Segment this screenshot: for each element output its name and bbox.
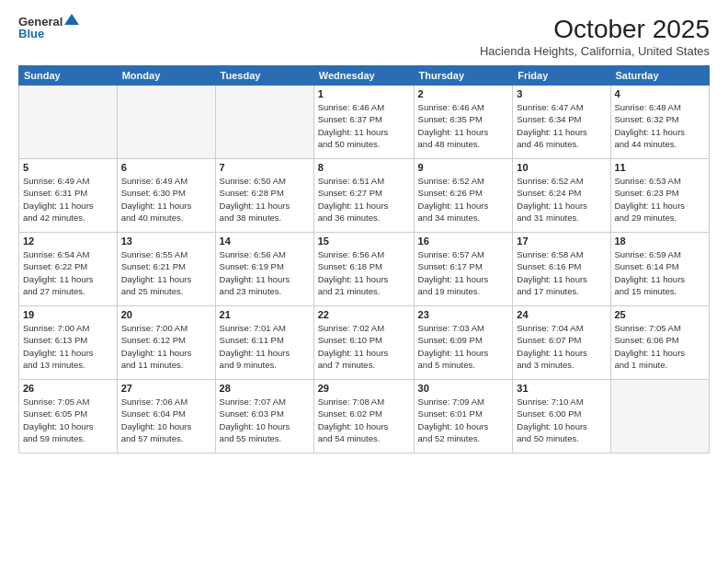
weekday-header-saturday: Saturday [610, 66, 710, 86]
day-number: 7 [220, 162, 310, 173]
calendar-cell: 5Sunrise: 6:49 AM Sunset: 6:31 PM Daylig… [19, 159, 118, 233]
weekday-header-row: SundayMondayTuesdayWednesdayThursdayFrid… [19, 66, 710, 86]
calendar-cell: 10Sunrise: 6:52 AM Sunset: 6:24 PM Dayli… [513, 159, 610, 233]
calendar-cell: 1Sunrise: 6:46 AM Sunset: 6:37 PM Daylig… [313, 86, 414, 159]
day-number: 21 [220, 309, 310, 320]
calendar-cell [610, 380, 710, 454]
day-number: 24 [517, 309, 606, 320]
calendar-cell: 26Sunrise: 7:05 AM Sunset: 6:05 PM Dayli… [19, 380, 118, 454]
day-number: 15 [318, 236, 410, 247]
day-number: 31 [517, 383, 606, 394]
day-info: Sunrise: 6:47 AM Sunset: 6:34 PM Dayligh… [517, 101, 606, 150]
logo-icon [64, 14, 79, 29]
day-number: 2 [418, 88, 509, 99]
day-number: 19 [23, 309, 113, 320]
day-number: 4 [615, 88, 706, 99]
calendar-cell: 6Sunrise: 6:49 AM Sunset: 6:30 PM Daylig… [117, 159, 215, 233]
day-number: 14 [220, 236, 310, 247]
calendar-cell: 23Sunrise: 7:03 AM Sunset: 6:09 PM Dayli… [414, 306, 513, 380]
calendar-cell: 30Sunrise: 7:09 AM Sunset: 6:01 PM Dayli… [414, 380, 513, 454]
day-info: Sunrise: 7:06 AM Sunset: 6:04 PM Dayligh… [121, 396, 211, 444]
calendar-cell: 25Sunrise: 7:05 AM Sunset: 6:06 PM Dayli… [610, 306, 710, 380]
day-info: Sunrise: 7:05 AM Sunset: 6:05 PM Dayligh… [23, 396, 113, 444]
day-info: Sunrise: 7:01 AM Sunset: 6:11 PM Dayligh… [220, 322, 310, 371]
day-number: 6 [121, 162, 211, 173]
day-info: Sunrise: 6:52 AM Sunset: 6:26 PM Dayligh… [418, 175, 509, 224]
calendar-cell: 19Sunrise: 7:00 AM Sunset: 6:13 PM Dayli… [19, 306, 118, 380]
weekday-header-monday: Monday [117, 66, 215, 86]
day-number: 20 [121, 309, 211, 320]
calendar-cell [19, 86, 118, 159]
calendar-cell: 29Sunrise: 7:08 AM Sunset: 6:02 PM Dayli… [313, 380, 414, 454]
calendar-cell: 12Sunrise: 6:54 AM Sunset: 6:22 PM Dayli… [19, 233, 118, 306]
day-number: 3 [517, 88, 606, 99]
month-title: October 2025 [480, 15, 710, 44]
svg-marker-0 [64, 14, 79, 25]
day-info: Sunrise: 6:57 AM Sunset: 6:17 PM Dayligh… [418, 248, 509, 297]
day-number: 9 [418, 162, 509, 173]
day-info: Sunrise: 6:48 AM Sunset: 6:32 PM Dayligh… [615, 101, 706, 150]
calendar-cell: 3Sunrise: 6:47 AM Sunset: 6:34 PM Daylig… [513, 86, 610, 159]
day-number: 1 [318, 88, 410, 99]
day-number: 17 [517, 236, 606, 247]
day-info: Sunrise: 6:53 AM Sunset: 6:23 PM Dayligh… [615, 175, 706, 224]
day-number: 27 [121, 383, 211, 394]
day-number: 23 [418, 309, 509, 320]
day-info: Sunrise: 7:10 AM Sunset: 6:00 PM Dayligh… [517, 396, 606, 444]
calendar-cell: 16Sunrise: 6:57 AM Sunset: 6:17 PM Dayli… [414, 233, 513, 306]
weekday-header-friday: Friday [513, 66, 610, 86]
day-info: Sunrise: 7:09 AM Sunset: 6:01 PM Dayligh… [418, 396, 509, 444]
calendar-cell: 21Sunrise: 7:01 AM Sunset: 6:11 PM Dayli… [215, 306, 313, 380]
day-number: 22 [318, 309, 410, 320]
weekday-header-sunday: Sunday [19, 66, 118, 86]
day-info: Sunrise: 7:03 AM Sunset: 6:09 PM Dayligh… [418, 322, 509, 371]
day-number: 16 [418, 236, 509, 247]
day-info: Sunrise: 6:55 AM Sunset: 6:21 PM Dayligh… [121, 248, 211, 297]
day-info: Sunrise: 6:46 AM Sunset: 6:37 PM Dayligh… [318, 101, 410, 150]
calendar-week-5: 26Sunrise: 7:05 AM Sunset: 6:05 PM Dayli… [19, 380, 710, 454]
calendar-cell: 20Sunrise: 7:00 AM Sunset: 6:12 PM Dayli… [117, 306, 215, 380]
calendar-week-2: 5Sunrise: 6:49 AM Sunset: 6:31 PM Daylig… [19, 159, 710, 233]
day-number: 8 [318, 162, 410, 173]
logo: General Blue [18, 15, 79, 40]
day-info: Sunrise: 6:54 AM Sunset: 6:22 PM Dayligh… [23, 248, 113, 297]
calendar-cell [117, 86, 215, 159]
calendar-cell: 31Sunrise: 7:10 AM Sunset: 6:00 PM Dayli… [513, 380, 610, 454]
day-info: Sunrise: 6:49 AM Sunset: 6:30 PM Dayligh… [121, 175, 211, 224]
day-info: Sunrise: 6:56 AM Sunset: 6:19 PM Dayligh… [220, 248, 310, 297]
calendar-cell: 28Sunrise: 7:07 AM Sunset: 6:03 PM Dayli… [215, 380, 313, 454]
calendar-cell: 8Sunrise: 6:51 AM Sunset: 6:27 PM Daylig… [313, 159, 414, 233]
day-number: 10 [517, 162, 606, 173]
calendar-cell: 15Sunrise: 6:56 AM Sunset: 6:18 PM Dayli… [313, 233, 414, 306]
calendar-page: General Blue October 2025 Hacienda Heigh… [0, 0, 728, 563]
location-title: Hacienda Heights, California, United Sta… [480, 44, 710, 58]
day-info: Sunrise: 7:05 AM Sunset: 6:06 PM Dayligh… [615, 322, 706, 371]
logo-blue-text: Blue [18, 27, 44, 40]
calendar-cell: 14Sunrise: 6:56 AM Sunset: 6:19 PM Dayli… [215, 233, 313, 306]
day-number: 12 [23, 236, 113, 247]
day-number: 26 [23, 383, 113, 394]
day-number: 29 [318, 383, 410, 394]
day-number: 18 [615, 236, 706, 247]
day-info: Sunrise: 6:51 AM Sunset: 6:27 PM Dayligh… [318, 175, 410, 224]
calendar-table: SundayMondayTuesdayWednesdayThursdayFrid… [18, 65, 710, 454]
day-info: Sunrise: 7:07 AM Sunset: 6:03 PM Dayligh… [220, 396, 310, 444]
calendar-cell [215, 86, 313, 159]
weekday-header-tuesday: Tuesday [215, 66, 313, 86]
day-info: Sunrise: 6:49 AM Sunset: 6:31 PM Dayligh… [23, 175, 113, 224]
day-info: Sunrise: 6:50 AM Sunset: 6:28 PM Dayligh… [220, 175, 310, 224]
calendar-cell: 13Sunrise: 6:55 AM Sunset: 6:21 PM Dayli… [117, 233, 215, 306]
day-info: Sunrise: 6:56 AM Sunset: 6:18 PM Dayligh… [318, 248, 410, 297]
day-info: Sunrise: 6:46 AM Sunset: 6:35 PM Dayligh… [418, 101, 509, 150]
title-block: October 2025 Hacienda Heights, Californi… [480, 15, 710, 58]
calendar-cell: 18Sunrise: 6:59 AM Sunset: 6:14 PM Dayli… [610, 233, 710, 306]
calendar-cell: 22Sunrise: 7:02 AM Sunset: 6:10 PM Dayli… [313, 306, 414, 380]
day-info: Sunrise: 7:04 AM Sunset: 6:07 PM Dayligh… [517, 322, 606, 371]
day-info: Sunrise: 7:08 AM Sunset: 6:02 PM Dayligh… [318, 396, 410, 444]
day-number: 5 [23, 162, 113, 173]
page-header: General Blue October 2025 Hacienda Heigh… [18, 15, 710, 58]
day-info: Sunrise: 7:00 AM Sunset: 6:13 PM Dayligh… [23, 322, 113, 371]
calendar-cell: 9Sunrise: 6:52 AM Sunset: 6:26 PM Daylig… [414, 159, 513, 233]
day-info: Sunrise: 7:02 AM Sunset: 6:10 PM Dayligh… [318, 322, 410, 371]
calendar-cell: 4Sunrise: 6:48 AM Sunset: 6:32 PM Daylig… [610, 86, 710, 159]
